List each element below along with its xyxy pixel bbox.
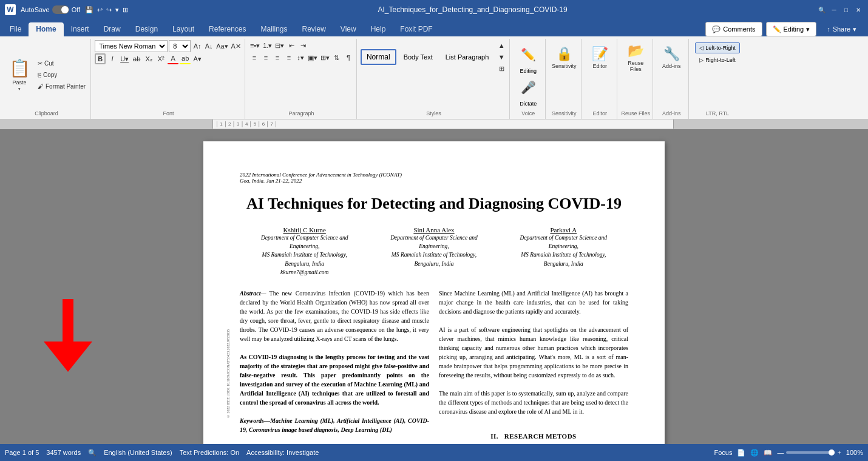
tab-file[interactable]: File bbox=[2, 22, 29, 36]
borders-btn[interactable]: ⊞▾ bbox=[319, 52, 331, 63]
strikethrough-button[interactable]: ab bbox=[131, 53, 142, 64]
show-para-btn[interactable]: ¶ bbox=[343, 52, 354, 63]
italic-button[interactable]: I bbox=[107, 53, 118, 64]
undo-btn[interactable]: ↩ bbox=[97, 6, 103, 14]
autosave-control[interactable]: AutoSave Off bbox=[21, 5, 80, 14]
decrease-indent-btn[interactable]: ⇤ bbox=[286, 40, 297, 51]
tab-foxit[interactable]: Foxit PDF bbox=[393, 22, 439, 36]
superscript-button[interactable]: X² bbox=[155, 53, 166, 64]
tab-help[interactable]: Help bbox=[364, 22, 393, 36]
right-col-p2: AI is a part of software engineering tha… bbox=[439, 325, 628, 380]
top-right-controls: 💬 Comments ✏️ Editing ▾ ↑ Share ▾ bbox=[705, 22, 863, 36]
maximize-btn[interactable]: □ bbox=[841, 5, 851, 15]
tab-review[interactable]: Review bbox=[295, 22, 333, 36]
add-ins-button[interactable]: 🔧 Add-ins bbox=[657, 40, 686, 75]
subscript-button[interactable]: X₂ bbox=[143, 53, 154, 64]
zoom-out-icon[interactable]: — bbox=[777, 449, 784, 456]
editing-mode-button[interactable]: ✏️ Editing ▾ bbox=[766, 22, 817, 36]
redo-btn[interactable]: ↪ bbox=[106, 6, 112, 14]
editor-button[interactable]: 📝 Editor bbox=[585, 40, 614, 75]
ltr-button[interactable]: ◁ Left-to-Right bbox=[695, 42, 740, 53]
cut-button[interactable]: ✂Cut bbox=[35, 58, 88, 69]
zoom-level[interactable]: 100% bbox=[846, 449, 863, 456]
accessibility: Accessibility: Investigate bbox=[246, 449, 319, 456]
document-area[interactable]: © 2022 IEEE | DOI: 10.1109/ICONAT53423.2… bbox=[0, 129, 868, 461]
increase-indent-btn[interactable]: ⇥ bbox=[297, 40, 308, 51]
format-painter-button[interactable]: 🖌Format Painter bbox=[35, 81, 88, 92]
autosave-toggle[interactable] bbox=[52, 5, 69, 14]
word-logo: W bbox=[5, 4, 16, 15]
zoom-control[interactable]: — + bbox=[777, 449, 841, 456]
editing-btn-ribbon[interactable]: ✏️ bbox=[516, 42, 540, 67]
paste-button[interactable]: 📋 Paste ▾ bbox=[5, 57, 34, 92]
document-page: © 2022 IEEE | DOI: 10.1109/ICONAT53423.2… bbox=[203, 141, 665, 461]
rtl-button[interactable]: ▷ Right-to-Left bbox=[695, 55, 740, 66]
zoom-in-icon[interactable]: + bbox=[837, 449, 841, 456]
save-quick-btn[interactable]: 💾 bbox=[85, 6, 93, 14]
tab-home[interactable]: Home bbox=[29, 22, 63, 36]
ltr-rtl-label: LTR, RTL bbox=[706, 110, 729, 118]
justify-btn[interactable]: ≡ bbox=[283, 52, 294, 63]
close-btn[interactable]: ✕ bbox=[853, 5, 863, 15]
clipboard-group: 📋 Paste ▾ ✂Cut ⎘Copy 🖌Format Painter Cli… bbox=[2, 39, 91, 119]
bullets-btn[interactable]: ≡•▾ bbox=[249, 40, 261, 51]
sensitivity-button[interactable]: 🔒 Sensitivity bbox=[549, 40, 578, 75]
multilevel-btn[interactable]: ⊟▾ bbox=[274, 40, 285, 51]
align-right-btn[interactable]: ≡ bbox=[272, 52, 283, 63]
styles-expand[interactable]: ⊞ bbox=[496, 63, 507, 74]
underline-button[interactable]: U▾ bbox=[119, 53, 130, 64]
tab-references[interactable]: References bbox=[202, 22, 253, 36]
tab-draw[interactable]: Draw bbox=[97, 22, 128, 36]
highlight-btn[interactable]: ab bbox=[180, 53, 191, 64]
view-web-btn[interactable]: 🌐 bbox=[750, 449, 759, 457]
line-spacing-btn[interactable]: ↕▾ bbox=[295, 52, 306, 63]
editor-btn-label: Editor bbox=[593, 63, 608, 69]
quick-access-toolbar: 💾 ↩ ↪ ▾ ⊞ bbox=[85, 6, 128, 14]
increase-font-btn[interactable]: A↑ bbox=[192, 41, 203, 52]
style-body-text[interactable]: Body Text bbox=[398, 50, 438, 64]
tab-view[interactable]: View bbox=[333, 22, 364, 36]
numbering-btn[interactable]: 1.▾ bbox=[262, 40, 273, 51]
comments-button[interactable]: 💬 Comments bbox=[705, 22, 762, 36]
style-list-paragraph[interactable]: List Paragraph bbox=[440, 50, 495, 64]
svg-marker-1 bbox=[44, 342, 92, 372]
sort-btn[interactable]: ⇅ bbox=[331, 52, 342, 63]
font-size-select[interactable]: 8 bbox=[169, 40, 191, 52]
paragraph-group: ≡•▾ 1.▾ ⊟▾ ⇤ ⇥ ≡ ≡ ≡ ≡ ↕▾ ▣▾ ⊞▾ ⇅ ¶ Para… bbox=[246, 39, 357, 119]
reuse-files-button[interactable]: 📂 ReuseFiles bbox=[621, 40, 650, 75]
view-print-btn[interactable]: 📄 bbox=[737, 449, 745, 457]
col-right: Since Machine Learning (ML) and Artifici… bbox=[439, 289, 628, 461]
tab-mailings[interactable]: Mailings bbox=[253, 22, 294, 36]
styles-scroll-down[interactable]: ▼ bbox=[496, 52, 507, 62]
shading-btn[interactable]: ▣▾ bbox=[307, 52, 319, 63]
font-color-btn[interactable]: A bbox=[168, 53, 178, 64]
change-case-btn[interactable]: Aa▾ bbox=[215, 41, 229, 52]
decrease-font-btn[interactable]: A↓ bbox=[203, 41, 214, 52]
view-read-btn[interactable]: 📖 bbox=[764, 449, 772, 457]
clear-formatting-btn[interactable]: A✕ bbox=[230, 41, 242, 52]
copy-button[interactable]: ⎘Copy bbox=[35, 69, 88, 80]
touch-mode-btn[interactable]: ⊞ bbox=[123, 6, 128, 14]
abstract-text-left: Abstract— The new Coronavirus infection … bbox=[240, 289, 429, 343]
customize-qa-btn[interactable]: ▾ bbox=[115, 6, 119, 14]
rtl-icon: ▷ bbox=[699, 57, 704, 63]
proofing-icon: 🔍 bbox=[88, 449, 97, 457]
language: English (United States) bbox=[104, 449, 172, 456]
tab-layout[interactable]: Layout bbox=[165, 22, 202, 36]
page-info: Page 1 of 5 bbox=[5, 449, 39, 456]
minimize-btn[interactable]: ─ bbox=[829, 5, 839, 15]
font-clear-btn[interactable]: A▾ bbox=[192, 53, 203, 64]
dictate-btn[interactable]: 🎤 bbox=[516, 75, 540, 99]
search-btn[interactable]: 🔍 bbox=[817, 5, 827, 15]
tab-design[interactable]: Design bbox=[128, 22, 165, 36]
styles-scroll-up[interactable]: ▲ bbox=[496, 40, 507, 51]
share-button[interactable]: ↑ Share ▾ bbox=[820, 22, 863, 36]
align-center-btn[interactable]: ≡ bbox=[260, 52, 271, 63]
bold-button[interactable]: B bbox=[95, 53, 106, 64]
align-left-btn[interactable]: ≡ bbox=[249, 52, 260, 63]
style-normal[interactable]: Normal bbox=[361, 49, 396, 65]
zoom-slider[interactable] bbox=[786, 451, 835, 454]
font-name-select[interactable]: Times New Roman bbox=[95, 40, 168, 52]
tab-insert[interactable]: Insert bbox=[64, 22, 97, 36]
focus-label[interactable]: Focus bbox=[714, 449, 732, 456]
